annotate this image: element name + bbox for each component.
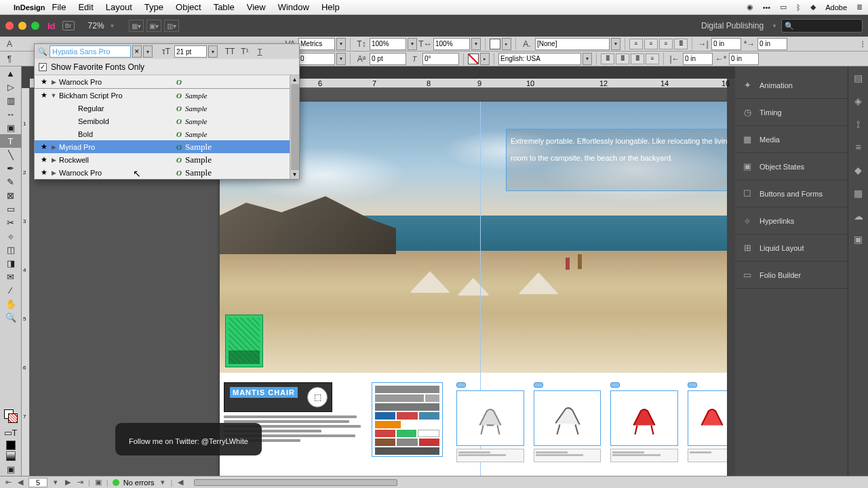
hero-text-frame[interactable]: Extremely portable. Effortlessly loungab… (506, 129, 727, 191)
favorite-star-icon[interactable]: ★ (39, 77, 50, 86)
line-tool[interactable]: ╲ (0, 148, 21, 161)
fill-stroke-proxy[interactable] (4, 409, 18, 423)
panel-animation[interactable]: ✦Animation (735, 72, 848, 99)
scroll-up-icon[interactable]: ▲ (290, 75, 299, 84)
rectangle-frame-tool[interactable]: ⊠ (0, 188, 21, 202)
skew-field[interactable]: 0° (422, 53, 459, 65)
menu-type[interactable]: Type (144, 2, 163, 12)
menu-edit[interactable]: Edit (78, 2, 93, 12)
window-minimize-button[interactable] (18, 22, 26, 30)
menu-icon[interactable]: ≣ (856, 3, 863, 12)
green-placeholder-box[interactable] (225, 314, 263, 367)
font-row-bickham-script-pro[interactable]: ★▼Bickham Script ProOSample (35, 89, 299, 102)
stroke-dropdown[interactable]: ▸ (480, 53, 490, 65)
free-transform-tool[interactable]: ⟐ (0, 229, 21, 243)
charstyle-dropdown[interactable]: ▼ (611, 38, 620, 50)
swatches-panel-icon[interactable]: ▦ (848, 182, 868, 205)
pencil-tool[interactable]: ✎ (0, 175, 21, 188)
align-spine-button[interactable]: ≡ (646, 54, 659, 64)
gradient-feather-tool[interactable]: ◨ (0, 256, 21, 270)
chair-card-4[interactable] (688, 382, 727, 476)
expand-icon[interactable]: ▶ (50, 169, 58, 176)
font-scrollbar[interactable]: ▲ ▼ (290, 75, 299, 179)
cc-libraries-icon[interactable]: ☁ (848, 205, 868, 228)
indent-right-field[interactable]: 0 in (683, 53, 713, 65)
open-panel-icon[interactable]: ▣ (94, 478, 102, 487)
favorite-star-icon[interactable]: ★ (39, 168, 50, 177)
chair-card-1[interactable] (456, 382, 524, 476)
align-right-button[interactable]: ≡ (659, 39, 673, 49)
panel-folio-builder[interactable]: ▭Folio Builder (735, 262, 848, 289)
justify-right-button[interactable]: ≣ (631, 54, 644, 64)
hand-tool[interactable]: ✋ (0, 297, 21, 310)
title-text[interactable]: MANTIS CHAIR (230, 387, 298, 398)
prev-page-button[interactable]: ◀ (16, 478, 24, 487)
menu-table[interactable]: Table (214, 2, 235, 12)
panel-object-states[interactable]: ▣Object States (735, 153, 848, 180)
language-dropdown[interactable]: ▼ (583, 53, 592, 65)
favorite-star-icon[interactable]: ★ (39, 155, 50, 164)
font-clear-button[interactable]: ✕ (132, 45, 142, 58)
panel-timing[interactable]: ◷Timing (735, 99, 848, 126)
help-search-input[interactable]: 🔍 (781, 19, 863, 33)
menu-window[interactable]: Window (278, 2, 309, 12)
justify-center-button[interactable]: ≣ (616, 54, 629, 64)
note-tool[interactable]: ✉ (0, 270, 21, 283)
font-dropdown-button[interactable]: ▼ (143, 45, 153, 58)
gap-tool[interactable]: ↔ (0, 107, 21, 121)
window-zoom-button[interactable] (31, 22, 39, 30)
font-row-semibold[interactable]: SemiboldOSample (35, 115, 299, 127)
panel-buttons-forms[interactable]: ☐Buttons and Forms (735, 180, 848, 207)
font-row-rockwell[interactable]: ★▶RockwellOSample (35, 153, 299, 166)
chair-card-3[interactable] (610, 382, 678, 476)
font-row-bold[interactable]: BoldOSample (35, 127, 299, 140)
page-tool[interactable]: ▥ (0, 94, 21, 107)
underline-icon[interactable]: T (253, 45, 267, 58)
menu-view[interactable]: View (247, 2, 266, 12)
preflight-status-icon[interactable] (113, 479, 119, 486)
scissors-tool[interactable]: ✂ (0, 216, 21, 229)
vscale-field[interactable]: 100% (370, 38, 406, 50)
page-number-field[interactable]: 5 (28, 478, 47, 487)
direct-selection-tool[interactable]: ▷ (0, 80, 21, 94)
font-row-warnock-pro[interactable]: ★▶Warnock ProO (35, 75, 299, 88)
rectangle-tool[interactable]: ▭ (0, 202, 21, 216)
apply-gradient-button[interactable] (6, 451, 16, 461)
charstyle-field[interactable]: [None] (535, 38, 610, 50)
sync-icon[interactable]: ◉ (747, 3, 753, 12)
tracking-dropdown[interactable]: ▼ (336, 53, 346, 65)
zoom-tool[interactable]: 🔍 (0, 310, 21, 324)
fill-dropdown[interactable]: ▸ (502, 38, 511, 50)
indent-lastline-field[interactable]: 0 in (729, 53, 759, 65)
menu-help[interactable]: Help (321, 2, 340, 12)
align-left-button[interactable]: ≡ (629, 39, 643, 49)
scroll-thumb[interactable] (291, 84, 299, 172)
baseline-field[interactable]: 0 pt (370, 53, 406, 65)
panel-media[interactable]: ▦Media (735, 126, 848, 153)
stroke-swatch[interactable] (468, 54, 479, 64)
zoom-dropdown-icon[interactable]: ▼ (110, 23, 115, 29)
menu-layout[interactable]: Layout (106, 2, 132, 12)
page-dropdown-icon[interactable]: ▾ (52, 478, 60, 487)
font-row-regular[interactable]: RegularOSample (35, 102, 299, 115)
font-size-dropdown[interactable]: ▼ (208, 45, 218, 58)
font-search-input[interactable]: Hypatia Sans Pro (50, 45, 131, 58)
preflight-label[interactable]: No errors (123, 479, 155, 487)
content-collector-tool[interactable]: ▣ (0, 121, 21, 134)
slideshow-frame[interactable] (372, 382, 443, 457)
favorite-star-icon[interactable]: ★ (39, 142, 50, 151)
hscale-dropdown[interactable]: ▼ (471, 38, 481, 50)
view-options-icon[interactable]: ▦▾ (129, 20, 144, 32)
hscale-field[interactable]: 100% (433, 38, 470, 50)
vertical-ruler[interactable]: 1 2 3 4 5 6 7 (22, 88, 30, 476)
language-field[interactable]: English: USA (498, 53, 581, 65)
adobe-label[interactable]: Adobe (825, 3, 847, 12)
workspace-caret-icon[interactable]: ▼ (772, 23, 777, 29)
video-badge-icon[interactable]: ⬚ (307, 387, 328, 407)
control-flyout-icon[interactable]: ⁝ (861, 39, 864, 49)
vscale-dropdown[interactable]: ▼ (408, 38, 417, 50)
expand-icon[interactable]: ▶ (50, 144, 58, 150)
color-panel-icon[interactable]: ◆ (848, 159, 868, 182)
favorite-star-icon[interactable]: ★ (39, 91, 50, 100)
scroll-down-icon[interactable]: ▼ (290, 170, 299, 179)
